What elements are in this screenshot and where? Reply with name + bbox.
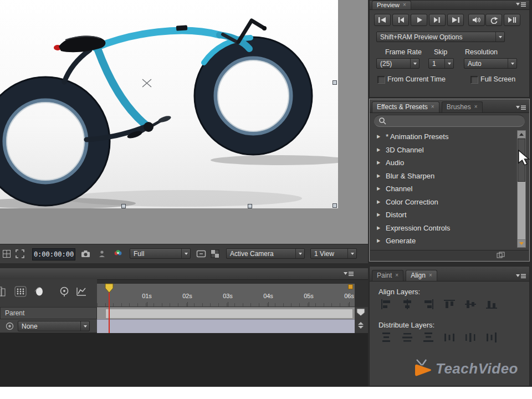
work-area-bar[interactable]	[105, 309, 353, 319]
new-panel-grip-icon[interactable]	[497, 252, 505, 259]
scroll-down-button[interactable]	[518, 239, 525, 247]
after-effects-window: 0:00:00:00 Full Active Camera 1 View	[0, 0, 532, 399]
layer-handle[interactable]	[248, 204, 252, 208]
composition-canvas[interactable]	[0, 0, 338, 208]
next-frame-button[interactable]	[429, 14, 446, 26]
close-icon[interactable]: ×	[403, 2, 406, 8]
effects-category-row[interactable]: Color Correction	[370, 196, 516, 209]
panel-menu-icon[interactable]	[516, 2, 526, 7]
ruler-label: 01s	[139, 293, 155, 299]
skip-dropdown[interactable]: 1	[428, 58, 454, 69]
graph-editor-icon[interactable]	[75, 286, 88, 297]
effects-category-row[interactable]: Expression Controls	[370, 222, 516, 235]
motion-blur-icon[interactable]	[33, 286, 45, 297]
first-frame-button[interactable]	[374, 14, 391, 26]
comp-marker-icon[interactable]	[356, 308, 365, 317]
distribute-top-button[interactable]	[378, 332, 394, 343]
time-ruler[interactable]: 01s 02s 03s 04s 05s 06s	[97, 284, 355, 307]
effects-category-row[interactable]: Blur & Sharpen	[370, 170, 516, 183]
close-icon[interactable]: ×	[431, 104, 434, 110]
disclosure-triangle-icon[interactable]	[377, 212, 382, 217]
grid-options-icon[interactable]	[2, 249, 11, 258]
current-time-indicator[interactable]	[105, 283, 114, 294]
effects-category-row[interactable]: 3D Channel	[370, 144, 516, 157]
align-top-button[interactable]	[442, 299, 457, 310]
panel-menu-icon[interactable]	[344, 272, 354, 277]
disclosure-triangle-icon[interactable]	[377, 147, 382, 152]
effects-category-row[interactable]: Channel	[370, 182, 516, 196]
frame-rate-dropdown[interactable]: (25)	[376, 58, 420, 69]
tab-paint[interactable]: Paint ×	[372, 270, 403, 281]
disclosure-triangle-icon[interactable]	[377, 134, 382, 139]
effects-category-row[interactable]: Audio	[370, 156, 516, 170]
close-icon[interactable]: ×	[474, 104, 478, 110]
close-icon[interactable]: ×	[429, 273, 432, 278]
layer-handle[interactable]	[121, 204, 126, 208]
audio-button[interactable]	[468, 14, 485, 26]
disclosure-triangle-icon[interactable]	[377, 238, 382, 243]
effects-scrollbar[interactable]	[517, 130, 526, 248]
ram-preview-button[interactable]	[504, 14, 520, 26]
ram-preview-icon	[508, 17, 516, 23]
quality-icon[interactable]	[6, 322, 14, 330]
loop-button[interactable]	[485, 14, 502, 26]
current-time-display[interactable]: 0:00:00:00	[32, 248, 75, 260]
panel-menu-icon[interactable]	[516, 105, 526, 110]
align-right-button[interactable]	[421, 299, 436, 310]
distribute-vertical-center-button[interactable]	[400, 332, 415, 343]
layer-handle[interactable]	[332, 80, 337, 85]
panel-menu-icon[interactable]	[516, 274, 526, 279]
brainstorm-icon[interactable]	[14, 286, 27, 297]
region-of-interest-icon[interactable]	[16, 249, 24, 258]
show-channel-icon[interactable]	[113, 249, 123, 258]
last-frame-button[interactable]	[447, 14, 464, 26]
safe-guides-icon[interactable]	[196, 249, 206, 258]
effects-category-row[interactable]: * Animation Presets	[370, 130, 516, 144]
disclosure-triangle-icon[interactable]	[377, 186, 382, 191]
distribute-left-button[interactable]	[442, 332, 457, 343]
shift-ram-preview-options-dropdown[interactable]: Shift+RAM Preview Options	[376, 32, 505, 42]
auto-keyframe-icon[interactable]	[59, 286, 70, 297]
layer-row[interactable]: None	[0, 319, 368, 333]
parent-column-header[interactable]: Parent	[0, 307, 97, 319]
distribute-right-button[interactable]	[484, 332, 499, 343]
frame-blend-icon[interactable]	[0, 286, 8, 297]
show-snapshot-icon[interactable]	[98, 249, 106, 258]
camera-view-dropdown[interactable]: Active Camera	[226, 248, 305, 259]
disclosure-triangle-icon[interactable]	[377, 160, 382, 165]
snapshot-camera-icon[interactable]	[81, 249, 91, 258]
align-vertical-center-button[interactable]	[463, 299, 478, 310]
close-icon[interactable]: ×	[395, 273, 398, 278]
tab-effects-presets[interactable]: Effects & Presets ×	[372, 101, 439, 112]
work-area-end-handle[interactable]	[348, 284, 353, 289]
tab-align[interactable]: Align ×	[406, 270, 437, 281]
disclosure-triangle-icon[interactable]	[377, 226, 382, 231]
effects-category-row[interactable]: Generate	[370, 234, 516, 248]
disclosure-triangle-icon[interactable]	[377, 173, 382, 178]
transparency-grid-icon[interactable]	[211, 249, 219, 258]
distribute-bottom-button[interactable]	[421, 332, 436, 343]
full-screen-checkbox[interactable]	[470, 76, 478, 84]
timeline-empty-area[interactable]	[0, 333, 368, 386]
scroll-up-button[interactable]	[518, 131, 525, 139]
disclosure-triangle-icon[interactable]	[377, 200, 382, 204]
distribute-horizontal-center-button[interactable]	[463, 332, 478, 343]
effects-category-row[interactable]: Distort	[370, 208, 516, 222]
effects-search-box[interactable]	[374, 115, 525, 127]
layer-duration-bar[interactable]	[97, 319, 355, 333]
align-horizontal-center-button[interactable]	[400, 299, 415, 310]
tab-brushes[interactable]: Brushes ×	[442, 101, 483, 112]
align-left-button[interactable]	[378, 299, 394, 310]
previous-frame-button[interactable]	[392, 14, 409, 26]
from-current-time-checkbox[interactable]	[377, 76, 385, 84]
work-area-track[interactable]	[97, 307, 355, 319]
tab-preview[interactable]: Preview ×	[372, 1, 411, 9]
magnification-dropdown[interactable]: Full	[130, 248, 191, 259]
layer-handle[interactable]	[332, 203, 337, 208]
align-bottom-button[interactable]	[484, 299, 499, 310]
effects-search-input[interactable]	[390, 116, 520, 125]
view-layout-dropdown[interactable]: 1 View	[310, 248, 357, 259]
play-button[interactable]	[411, 14, 427, 26]
resolution-dropdown[interactable]: Auto	[464, 58, 517, 69]
parent-dropdown[interactable]: None	[18, 321, 90, 331]
